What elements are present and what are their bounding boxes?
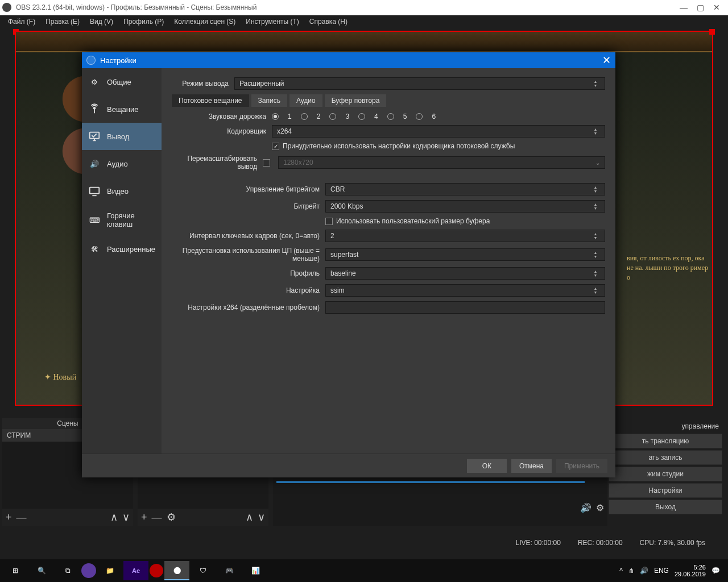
window-title: OBS 23.2.1 (64-bit, windows) - Профиль: … [16,3,680,11]
add-scene-button[interactable]: + [6,512,12,523]
tray-wifi-icon[interactable]: ⋔ [628,567,634,575]
taskbar-app[interactable]: 📁 [97,561,122,580]
tray-language[interactable]: ENG [654,567,669,575]
minimize-button[interactable]: — [680,3,688,12]
taskbar-app[interactable]: 🎮 [217,561,242,580]
sidebar-item-video[interactable]: Видео [82,177,162,205]
remove-source-button[interactable]: — [152,512,162,523]
menu-view[interactable]: Вид (V) [85,16,118,27]
taskbar-app[interactable] [150,564,163,577]
volume-slider[interactable] [276,481,585,483]
taskbar-app[interactable]: 📊 [243,561,268,580]
x264opts-input[interactable] [325,301,605,314]
bitrate-input[interactable]: 2000 Kbps▲▼ [325,200,605,213]
sidebar-item-hotkeys[interactable]: ⌨ Горячие клавиш [82,205,162,235]
apply-button[interactable]: Применить [556,459,607,473]
source-settings-button[interactable]: ⚙ [167,511,176,523]
tune-select[interactable]: ssim▲▼ [325,284,605,297]
start-button[interactable]: ⊞ [3,561,28,580]
track-radio-1[interactable] [272,113,279,120]
tray-chevron-icon[interactable]: ^ [619,567,623,575]
tray-volume-icon[interactable]: 🔊 [640,567,648,575]
tab-audio[interactable]: Аудио [289,94,322,107]
windows-taskbar: ⊞ 🔍 ⧉ 📁 Ae ⬤ 🛡 🎮 📊 ^ ⋔ 🔊 ENG 5:26 29.06.… [0,559,728,582]
rescale-select[interactable]: 1280x720⌄ [278,156,605,169]
taskbar-app[interactable] [81,563,96,578]
cancel-button[interactable]: Отмена [511,459,552,473]
rescale-checkbox[interactable] [263,159,270,167]
x264opts-label: Настройки x264 (разделённые пробелом) [172,304,325,311]
mixer-settings-icon[interactable]: ⚙ [596,502,604,513]
taskbar-obs[interactable]: ⬤ [164,561,189,580]
track-radio-3[interactable] [329,113,336,120]
select-value: baseline [330,269,356,277]
dialog-titlebar[interactable]: Настройки ✕ [82,52,615,68]
antenna-icon [88,102,101,116]
keyint-input[interactable]: 2▲▼ [325,230,605,242]
game-new-label: ✦ Новый [16,372,76,382]
menu-edit[interactable]: Правка (E) [41,16,84,27]
spinner-icon: ▲▼ [591,232,600,240]
cpu-preset-label: Предустановка использования ЦП (выше = м… [172,247,325,263]
chevron-down-icon: ⌄ [595,160,600,166]
ok-button[interactable]: ОК [467,459,507,473]
tab-replay[interactable]: Буфер повтора [325,94,387,107]
taskview-icon[interactable]: ⧉ [55,561,80,580]
search-icon[interactable]: 🔍 [29,561,54,580]
audio-track-label: Звуковая дорожка [172,113,272,120]
tune-label: Настройка [172,286,325,294]
speaker-icon[interactable]: 🔊 [580,502,592,513]
studio-mode-button[interactable]: жим студии [609,467,722,481]
cpu-preset-select[interactable]: superfast▲▼ [325,248,605,261]
menu-profile[interactable]: Профиль (P) [119,16,168,27]
start-stream-button[interactable]: ть трансляцию [609,434,722,448]
track-radio-6[interactable] [416,113,423,120]
close-button[interactable]: ✕ [713,3,720,12]
menu-scenes[interactable]: Коллекция сцен (S) [169,16,240,27]
audio-track-radios: 1 2 3 4 5 6 [272,113,605,120]
source-up-button[interactable]: ∧ [246,511,253,523]
exit-button[interactable]: Выход [609,500,722,514]
output-mode-select[interactable]: Расширенный ▲▼ [234,77,605,90]
controls-header: управление [609,421,722,432]
window-titlebar: OBS 23.2.1 (64-bit, windows) - Профиль: … [0,0,728,15]
select-stepper-icon: ▲▼ [591,286,600,294]
maximize-button[interactable]: ▢ [697,3,704,12]
taskbar-app[interactable]: 🛡 [191,561,216,580]
custom-buffer-checkbox[interactable] [325,218,333,225]
sidebar-item-output[interactable]: Вывод [82,123,162,150]
menu-help[interactable]: Справка (H) [305,16,352,27]
tools-icon: 🛠 [88,242,101,256]
tray-notifications-icon[interactable]: 💬 [712,567,720,575]
track-radio-2[interactable] [301,113,308,120]
enforce-settings-checkbox[interactable] [272,143,279,150]
track-radio-5[interactable] [387,113,394,120]
tray-clock[interactable]: 5:26 29.06.2019 [675,564,706,577]
add-source-button[interactable]: + [141,512,147,523]
encoder-select[interactable]: x264▲▼ [272,125,605,138]
sidebar-item-advanced[interactable]: 🛠 Расширенные [82,235,162,263]
menu-file[interactable]: Файл (F) [3,16,40,27]
x264-profile-select[interactable]: baseline▲▼ [325,267,605,280]
scene-down-button[interactable]: ∨ [122,511,130,523]
obs-icon [2,3,11,12]
rate-control-select[interactable]: CBR▲▼ [325,183,605,196]
tab-recording[interactable]: Запись [251,94,287,107]
dialog-title: Настройки [100,56,136,65]
track-radio-4[interactable] [358,113,365,120]
sidebar-item-audio[interactable]: 🔊 Аудио [82,150,162,177]
sidebar-item-general[interactable]: ⚙ Общие [82,68,162,95]
track-label: 5 [403,113,407,120]
scene-up-button[interactable]: ∧ [110,511,118,523]
tab-streaming[interactable]: Потоковое вещание [172,94,249,107]
source-down-button[interactable]: ∨ [258,511,265,523]
remove-scene-button[interactable]: — [16,512,27,523]
start-record-button[interactable]: ать запись [609,450,722,465]
track-label: 6 [432,113,436,120]
sidebar-item-label: Горячие клавиш [107,211,156,228]
taskbar-app[interactable]: Ae [123,561,148,580]
sidebar-item-stream[interactable]: Вещание [82,95,162,123]
menu-tools[interactable]: Инструменты (T) [241,16,303,27]
settings-button[interactable]: Настройки [609,483,722,498]
dialog-close-button[interactable]: ✕ [602,54,611,66]
